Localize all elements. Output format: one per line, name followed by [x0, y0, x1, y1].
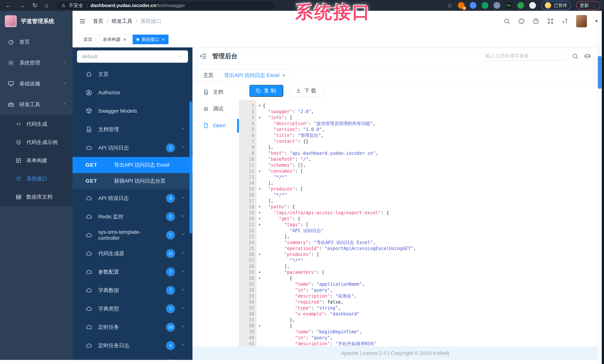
- swagger-item-主页[interactable]: 主页: [73, 65, 192, 83]
- doc-side-tab-调试[interactable]: 调试: [192, 100, 239, 117]
- doc-title: 管理后台: [212, 52, 238, 61]
- fold-caret-icon[interactable]: ▼: [256, 114, 263, 121]
- home-icon[interactable]: ⌂: [45, 2, 48, 8]
- extension-light-icon[interactable]: [529, 2, 536, 9]
- sidebar-scrollbar-thumb[interactable]: [189, 101, 192, 233]
- swagger-item-文档管理[interactable]: 文档管理: [73, 120, 192, 138]
- code-line: 34"required": false,: [239, 299, 597, 305]
- extension-gn-icon[interactable]: Gn: [505, 2, 512, 9]
- tag-系统接口[interactable]: 系统接口×: [133, 35, 168, 44]
- fold-caret-icon[interactable]: ▼: [256, 204, 263, 210]
- sidebar-item-表单构建[interactable]: 表单构建: [0, 151, 73, 170]
- sidebar-item-首页[interactable]: 首页: [0, 32, 73, 52]
- github-icon[interactable]: [518, 18, 525, 25]
- close-icon[interactable]: ×: [282, 73, 285, 78]
- page-scrollbar-thumb[interactable]: [598, 56, 602, 89]
- swagger-item-代码生成器[interactable]: 代码生成器11: [73, 244, 192, 263]
- fold-caret-icon[interactable]: ▼: [256, 210, 263, 216]
- extension-blue-drop-icon[interactable]: [470, 2, 477, 9]
- download-button[interactable]: 下载: [290, 85, 323, 97]
- swagger-item-API 错误日志[interactable]: API 错误日志3: [73, 189, 192, 207]
- swagger-item-Swagger Models[interactable]: Swagger Models: [73, 102, 192, 120]
- app-logo-row[interactable]: 芋道管理系统: [0, 11, 73, 32]
- breadcrumb-item[interactable]: 系统接口: [141, 18, 161, 25]
- sidebar-item-系统管理[interactable]: 系统管理: [0, 52, 73, 73]
- sidebar-item-系统接口[interactable]: 系统接口: [0, 170, 73, 188]
- swagger-group-select[interactable]: default: [77, 50, 188, 63]
- fold-caret-icon[interactable]: ▼: [256, 275, 263, 281]
- code-line: 1▼{: [239, 103, 597, 109]
- tag-表单构建[interactable]: 表单构建×: [99, 35, 130, 44]
- menu-collapse-icon[interactable]: [199, 52, 207, 60]
- doc-tab-导出API 访问日志 Excel[interactable]: 导出API 访问日志 Excel×: [219, 69, 290, 81]
- search-icon[interactable]: [503, 18, 510, 25]
- fold-caret-icon[interactable]: ▼: [256, 168, 263, 174]
- swagger-item-sys-sms-template-controller[interactable]: sys-sms-template-controller7: [73, 226, 192, 244]
- forward-icon[interactable]: →: [19, 2, 25, 8]
- line-number: 2: [239, 109, 256, 114]
- browser-menu-icon[interactable]: ⋮: [591, 2, 597, 9]
- breadcrumb-separator: /: [107, 18, 108, 24]
- swagger-item-定时任务[interactable]: 定时任务10: [73, 318, 192, 336]
- swagger-item-参数配置[interactable]: 参数配置7: [73, 263, 192, 281]
- breadcrumb-item[interactable]: 首页: [93, 18, 103, 25]
- bookmark-star-icon[interactable]: ☆: [447, 2, 453, 9]
- sidebar-item-研发工具[interactable]: 研发工具: [0, 94, 73, 115]
- search-icon[interactable]: [572, 53, 578, 59]
- doc-search-input[interactable]: [485, 51, 566, 61]
- close-icon[interactable]: ×: [123, 37, 126, 42]
- extension-green-icon[interactable]: [517, 2, 524, 9]
- endpoint-获得API 访问日志分页[interactable]: GET获得API 访问日志分页: [73, 173, 192, 189]
- toggle-layout-icon[interactable]: [584, 53, 591, 59]
- profile-paused-badge[interactable]: 已暂停: [541, 1, 571, 10]
- swagger-item-Redis 监控[interactable]: Redis 监控2: [73, 207, 192, 226]
- code-line: 24"summary": "导出API 访问日志 Excel",: [239, 239, 597, 246]
- token: "/api/infra/api-access-log/export-excel": [274, 210, 381, 215]
- doc-tab-主页[interactable]: 主页: [198, 69, 219, 81]
- extension-orange-icon[interactable]: 1: [458, 2, 465, 9]
- swagger-item-字典数据[interactable]: 字典数据7: [73, 281, 192, 300]
- back-icon[interactable]: ←: [6, 2, 12, 8]
- fold-caret-icon[interactable]: ▼: [256, 186, 263, 192]
- code-editor[interactable]: 1▼{2"swagger": "2.0",3▼"info": {4"descri…: [239, 100, 597, 346]
- doc-side-tab-文档[interactable]: 文档: [192, 84, 239, 100]
- endpoint-导出API 访问日志 Excel[interactable]: GET导出API 访问日志 Excel: [73, 157, 192, 173]
- fullscreen-icon[interactable]: [547, 18, 554, 25]
- browser-update-button[interactable]: 更新 ⋮: [576, 1, 600, 10]
- swagger-item-Authorize[interactable]: Authorize: [73, 83, 192, 102]
- fold-caret-icon[interactable]: ▼: [256, 216, 263, 222]
- sidebar-item-代码生成示例[interactable]: 代码生成示例: [0, 133, 73, 151]
- help-icon[interactable]: [533, 18, 539, 25]
- swagger-item-字典类型[interactable]: 字典类型7: [73, 300, 192, 318]
- reload-icon[interactable]: ↻: [32, 2, 37, 8]
- chevron-down-icon: [181, 324, 185, 330]
- close-icon[interactable]: ×: [162, 37, 164, 42]
- tag-首页[interactable]: 首页: [80, 35, 96, 44]
- fold-caret-icon[interactable]: ▼: [256, 269, 263, 275]
- doc-side-tab-Open[interactable]: Open: [192, 117, 239, 134]
- swagger-item-岗位[interactable]: 岗位7: [73, 355, 192, 360]
- side-scrollbar-thumb[interactable]: [237, 119, 239, 133]
- swagger-item-API 访问日志[interactable]: API 访问日志2: [73, 138, 192, 157]
- user-avatar[interactable]: [576, 15, 587, 27]
- extension-green-check-icon[interactable]: [482, 2, 488, 9]
- fold-caret-icon[interactable]: ▼: [256, 251, 263, 257]
- swagger-item-定时任务日志[interactable]: 定时任务日志4: [73, 336, 192, 355]
- breadcrumb-item[interactable]: 研发工具: [112, 18, 132, 25]
- sidebar-item-基础设施[interactable]: 基础设施: [0, 73, 73, 94]
- cloud-api-icon: [86, 145, 92, 151]
- sidebar-collapse-icon[interactable]: [79, 18, 86, 25]
- font-size-icon[interactable]: [562, 18, 568, 25]
- fold-caret-icon[interactable]: ▼: [256, 103, 263, 109]
- page-scrollbar-track[interactable]: [597, 11, 602, 364]
- fold-caret-icon[interactable]: ▼: [256, 222, 263, 228]
- doc-side-tab-label: Open: [213, 123, 226, 128]
- code-text: "operationId": "exportApiAccessLogExcelU…: [263, 246, 597, 251]
- sidebar-item-代码生成[interactable]: 代码生成: [0, 115, 73, 133]
- code-text: "*/*": [263, 192, 597, 198]
- address-bar[interactable]: ⚠ 不安全 | dashboard.yudao.iocoder.cn/tool/…: [57, 1, 275, 9]
- copy-button[interactable]: 复制: [249, 85, 283, 97]
- sidebar-item-数据库文档[interactable]: 数据库文档: [0, 188, 73, 206]
- extension-puzzle-icon[interactable]: [493, 2, 500, 9]
- fold-caret-icon[interactable]: ▼: [256, 323, 263, 329]
